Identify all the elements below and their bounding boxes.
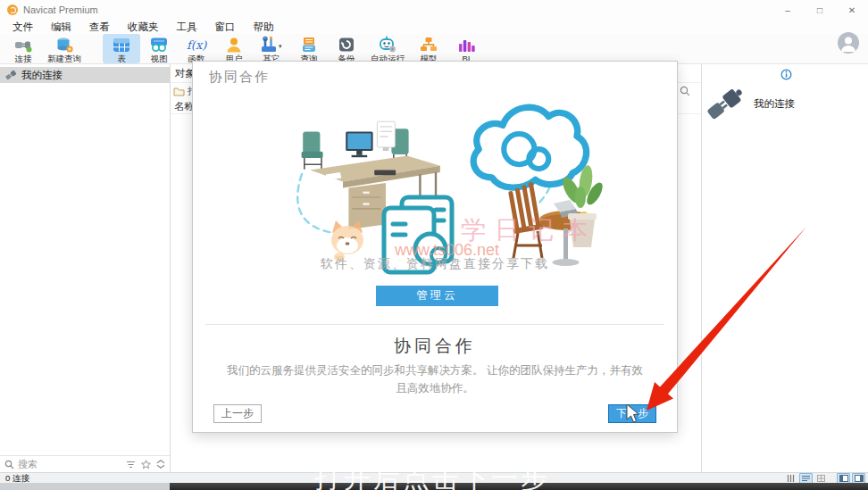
dialog-title: 协同合作 — [193, 335, 677, 358]
menu-window[interactable]: 窗口 — [206, 21, 245, 34]
dialog-header: 协同合作 — [209, 69, 270, 86]
menu-view[interactable]: 查看 — [80, 21, 119, 34]
toolbar-view-button[interactable]: 视图 — [140, 34, 178, 63]
user-icon — [224, 36, 244, 54]
collapse-icon[interactable] — [156, 460, 165, 469]
object-search-icon[interactable] — [680, 86, 690, 96]
watermark-caption: 软件、资源、资料网盘直接分享下载 — [193, 256, 677, 272]
query-icon — [299, 36, 319, 54]
main-toolbar: 连接 新建查询 表 视图 f(x) 函数 用户 ▾ 其它 — [0, 34, 868, 64]
favorites-star-icon[interactable] — [141, 460, 151, 469]
toolbar-function-button[interactable]: f(x) 函数 — [178, 34, 215, 63]
toolbar-query-button[interactable]: 查询 — [290, 34, 328, 63]
toolbar-new-query-button[interactable]: 新建查询 — [42, 34, 87, 63]
filter-icon[interactable] — [126, 461, 136, 469]
connection-detail-panel: 我的连接 — [701, 64, 868, 472]
toolbar-automation-button[interactable]: 自动运行 — [365, 34, 410, 63]
tutorial-caption: 打开后点击下一步 — [314, 461, 550, 490]
toolbar-others-button[interactable]: ▾ 其它 — [253, 34, 290, 63]
close-button[interactable]: ✕ — [836, 0, 868, 20]
search-input[interactable]: 搜索 — [18, 458, 38, 471]
sidebar-item-my-connection[interactable]: 我的连接 — [0, 67, 170, 83]
table-icon — [112, 36, 131, 54]
tools-icon: ▾ — [258, 36, 285, 54]
menu-edit[interactable]: 编辑 — [42, 21, 80, 34]
menu-favorites[interactable]: 收藏夹 — [119, 21, 168, 34]
menu-bar: 文件 编辑 查看 收藏夹 工具 窗口 帮助 — [0, 20, 868, 34]
toolbar-connection-button[interactable]: 连接 — [4, 34, 42, 63]
toolbar-backup-button[interactable]: 备份 — [328, 34, 365, 63]
open-folder-icon — [173, 87, 185, 96]
robot-icon — [377, 36, 398, 54]
plug-icon — [5, 70, 17, 80]
next-step-button[interactable]: 下一步 — [608, 404, 656, 423]
sidebar-search-bar: 搜索 — [0, 455, 170, 472]
dialog-separator — [205, 324, 664, 325]
menu-help[interactable]: 帮助 — [245, 21, 283, 34]
navicat-logo-icon — [7, 4, 18, 15]
backup-icon — [337, 36, 356, 54]
connection-label: 我的连接 — [754, 97, 795, 111]
toolbar-label: 新建查询 — [47, 54, 81, 63]
manage-cloud-button[interactable]: 管理云 — [376, 286, 498, 306]
collaboration-dialog: 协同合作 — [192, 61, 678, 433]
search-icon — [4, 460, 14, 469]
connections-sidebar: 我的连接 搜索 — [0, 64, 171, 472]
menu-tools[interactable]: 工具 — [168, 21, 206, 34]
toolbar-table-button[interactable]: 表 — [103, 34, 140, 63]
window-controls: – □ ✕ — [772, 0, 868, 20]
minimize-button[interactable]: – — [772, 0, 804, 20]
toolbar-user-button[interactable]: 用户 — [215, 34, 253, 63]
info-icon[interactable] — [780, 69, 792, 80]
toolbar-label: 表 — [117, 54, 126, 63]
dialog-description: 我们的云服务提供灵活安全的同步和共享解决方案。 让你的团队保持生产力，并有效且高… — [222, 362, 647, 398]
bottom-light-strip — [0, 483, 170, 490]
svg-text:f(x): f(x) — [187, 38, 207, 52]
window-title: Navicat Premium — [23, 4, 98, 15]
function-icon: f(x) — [185, 36, 208, 54]
toolbar-label: 连接 — [15, 54, 32, 63]
svg-text:▾: ▾ — [279, 43, 282, 49]
title-bar: Navicat Premium – □ ✕ — [0, 0, 868, 20]
plug-icon — [705, 82, 747, 125]
toolbar-model-button[interactable]: 模型 — [410, 34, 447, 63]
connection-label: 我的连接 — [21, 69, 63, 82]
plug-icon — [13, 36, 33, 54]
previous-step-button[interactable]: 上一步 — [213, 404, 262, 423]
menu-file[interactable]: 文件 — [4, 21, 42, 34]
toolbar-label: 视图 — [151, 54, 168, 63]
account-avatar[interactable] — [838, 32, 859, 54]
maximize-button[interactable]: □ — [804, 0, 836, 20]
connection-summary[interactable]: 我的连接 — [705, 82, 795, 125]
bi-chart-icon — [456, 36, 476, 54]
view-icon — [149, 36, 169, 54]
toolbar-bi-button[interactable]: BI — [447, 34, 485, 63]
new-query-icon — [54, 36, 74, 54]
model-icon — [419, 36, 438, 54]
